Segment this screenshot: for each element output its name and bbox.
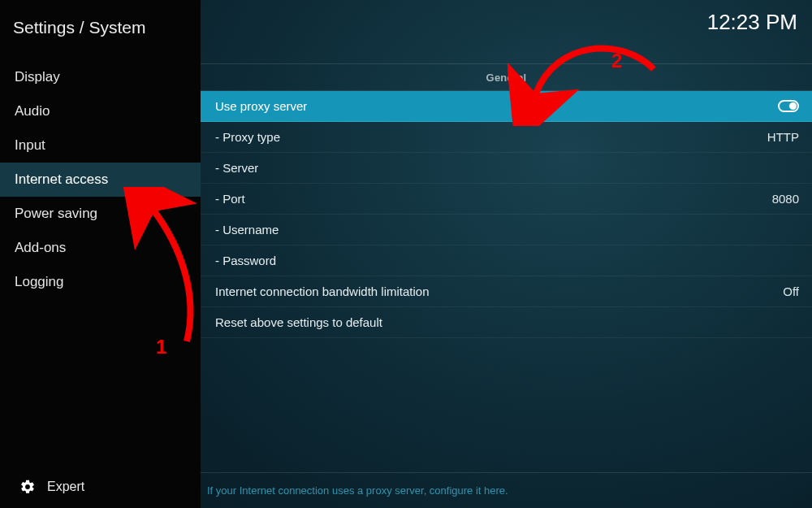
sidebar-item-display[interactable]: Display [0,60,201,94]
topbar: 12:23 PM [201,0,812,63]
sidebar: Settings / System Display Audio Input In… [0,0,201,508]
setting-label: Use proxy server [215,99,307,113]
sidebar-item-logging[interactable]: Logging [0,265,201,299]
section-header-label: General [486,72,527,84]
setting-username[interactable]: Username [201,215,812,245]
section-header: General [201,63,812,91]
sidebar-item-input[interactable]: Input [0,128,201,163]
setting-label: Reset above settings to default [215,315,382,329]
setting-server[interactable]: Server [201,153,812,184]
setting-label: Username [215,223,279,237]
setting-port[interactable]: Port 8080 [201,184,812,215]
sidebar-item-internet-access[interactable]: Internet access [0,163,201,197]
setting-label: Server [215,161,258,175]
toggle-on-icon [778,100,799,112]
setting-label: Port [215,192,245,206]
setting-use-proxy-server[interactable]: Use proxy server [201,91,812,122]
breadcrumb: Settings / System [0,0,201,57]
setting-value: HTTP [767,130,799,144]
setting-label: Password [215,254,276,267]
gear-icon [19,479,36,495]
setting-reset-defaults[interactable]: Reset above settings to default [201,307,812,338]
footer-hint: If your Internet connection uses a proxy… [201,472,812,508]
sidebar-item-add-ons[interactable]: Add-ons [0,231,201,265]
setting-label: Proxy type [215,130,280,144]
setting-password[interactable]: Password [201,245,812,276]
setting-proxy-type[interactable]: Proxy type HTTP [201,122,812,153]
setting-label: Internet connection bandwidth limitation [215,284,430,298]
setting-value: Off [783,284,799,298]
setting-bandwidth-limitation[interactable]: Internet connection bandwidth limitation… [201,276,812,307]
main-panel: 12:23 PM General Use proxy server Proxy … [201,0,812,508]
settings-list: Use proxy server Proxy type HTTP Server … [201,91,812,338]
sidebar-item-power-saving[interactable]: Power saving [0,197,201,231]
clock: 12:23 PM [707,10,797,35]
settings-level-label: Expert [47,480,84,494]
sidebar-items: Display Audio Input Internet access Powe… [0,60,201,299]
settings-level-button[interactable]: Expert [0,466,201,508]
sidebar-item-audio[interactable]: Audio [0,94,201,128]
setting-value: 8080 [772,192,799,206]
